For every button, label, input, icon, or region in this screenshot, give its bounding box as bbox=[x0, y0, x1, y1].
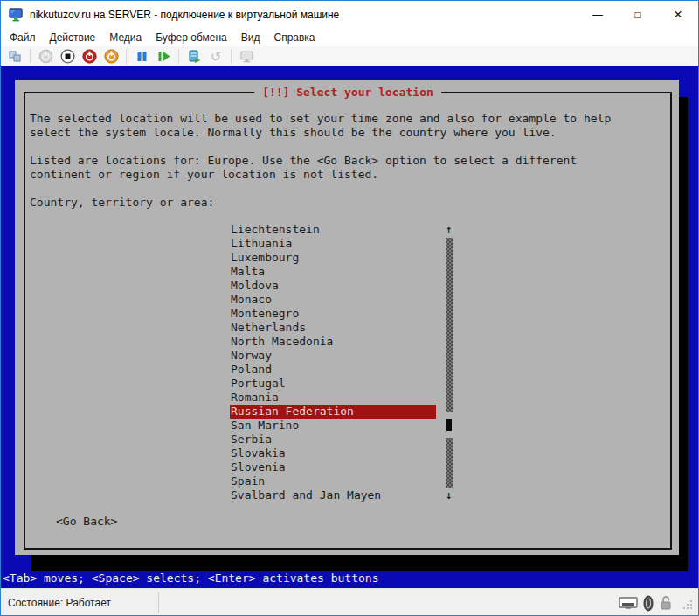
body-line: select the system locale. Normally this … bbox=[30, 126, 611, 140]
country-row[interactable]: Romania bbox=[230, 391, 436, 405]
ctrl-alt-del-button[interactable] bbox=[5, 47, 24, 66]
close-button[interactable]: × bbox=[658, 1, 698, 28]
menu-clipboard[interactable]: Буфер обмена bbox=[149, 30, 234, 45]
revert-icon: ↺ bbox=[211, 50, 222, 63]
body-line: continent or region if your location is … bbox=[30, 168, 611, 182]
country-row[interactable]: North Macedonia bbox=[230, 335, 436, 349]
toolbar-separator bbox=[126, 49, 127, 64]
checkpoint-button[interactable] bbox=[184, 47, 204, 66]
enhanced-session-icon bbox=[239, 49, 254, 64]
shut-down-icon bbox=[82, 49, 97, 64]
window-title: nikkutuzov.ru на SERVER - подключение к … bbox=[30, 9, 578, 21]
body-line: Country, territory or area: bbox=[30, 196, 611, 210]
toolbar-separator bbox=[231, 49, 232, 64]
checkpoint-icon bbox=[187, 49, 202, 64]
mouse-status-icon bbox=[643, 595, 654, 612]
menu-media[interactable]: Медиа bbox=[102, 30, 149, 45]
turn-off-button[interactable] bbox=[58, 47, 77, 66]
ctrl-alt-del-icon bbox=[8, 49, 23, 64]
body-line: The selected location will be used to se… bbox=[30, 112, 611, 126]
country-row[interactable]: Monaco bbox=[230, 293, 436, 307]
shut-down-button[interactable] bbox=[80, 47, 99, 66]
scroll-down-icon[interactable]: ↓ bbox=[445, 488, 453, 502]
save-state-button[interactable] bbox=[101, 47, 121, 66]
revert-button[interactable]: ↺ bbox=[206, 47, 225, 66]
country-row-selected[interactable]: Russian Federation bbox=[230, 405, 436, 419]
maximize-button[interactable]: □ bbox=[618, 1, 658, 28]
dialog-title: [!!] Select your location bbox=[254, 86, 441, 100]
vmconnect-window: nikkutuzov.ru на SERVER - подключение к … bbox=[0, 0, 699, 616]
turn-off-icon bbox=[60, 49, 75, 64]
unlocked-padlock-icon bbox=[659, 595, 673, 611]
menu-file[interactable]: Файл bbox=[3, 30, 43, 45]
country-row[interactable]: Serbia bbox=[230, 433, 436, 446]
vm-console-screen[interactable]: [!!] Select your location The selected l… bbox=[1, 66, 698, 588]
pause-icon bbox=[135, 49, 149, 64]
country-row[interactable]: Luxembourg bbox=[230, 251, 436, 265]
scrollbar-track[interactable] bbox=[446, 238, 453, 488]
country-row[interactable]: Portugal bbox=[230, 377, 436, 391]
toolbar-separator bbox=[178, 49, 179, 64]
country-row[interactable]: Netherlands bbox=[230, 321, 436, 335]
country-row[interactable]: Poland bbox=[230, 363, 436, 377]
resize-grip[interactable] bbox=[682, 599, 693, 610]
body-line bbox=[30, 140, 611, 154]
scrollbar-thumb[interactable] bbox=[446, 419, 452, 431]
country-row[interactable]: Norway bbox=[230, 349, 436, 363]
country-row[interactable]: Moldova bbox=[230, 279, 436, 293]
dialog-body-text: The selected location will be used to se… bbox=[30, 112, 611, 210]
display-status-icon bbox=[619, 596, 638, 611]
save-state-icon bbox=[104, 49, 119, 64]
enhanced-session-button[interactable] bbox=[237, 47, 256, 66]
country-row[interactable]: Spain bbox=[230, 474, 436, 488]
title-bar: nikkutuzov.ru на SERVER - подключение к … bbox=[1, 1, 698, 28]
menu-action[interactable]: Действие bbox=[43, 30, 103, 45]
start-power-icon bbox=[38, 49, 53, 64]
toolbar-separator bbox=[30, 49, 31, 64]
country-row[interactable]: Liechtenstein bbox=[230, 223, 436, 237]
country-row[interactable]: Montenegro bbox=[230, 307, 436, 321]
status-separator bbox=[158, 592, 159, 613]
start-button[interactable] bbox=[36, 47, 55, 66]
country-row[interactable]: Lithuania bbox=[230, 237, 436, 251]
country-row[interactable]: San Marino bbox=[230, 419, 436, 433]
menu-help[interactable]: Справка bbox=[266, 30, 322, 45]
reset-button[interactable] bbox=[154, 47, 173, 66]
status-bar: Состояние: Работает bbox=[1, 588, 698, 616]
body-line: Listed are locations for: Europe. Use th… bbox=[30, 154, 611, 168]
country-row[interactable]: Slovenia bbox=[230, 460, 436, 474]
body-line bbox=[30, 182, 611, 196]
scroll-up-icon[interactable]: ↑ bbox=[445, 223, 453, 237]
vm-status-text: Состояние: Работает bbox=[8, 597, 111, 609]
country-list: Liechtenstein Lithuania Luxembourg Malta… bbox=[230, 223, 436, 502]
minimize-button[interactable]: — bbox=[578, 1, 618, 28]
menu-view[interactable]: Вид bbox=[234, 30, 267, 45]
country-row[interactable]: Malta bbox=[230, 265, 436, 279]
country-row[interactable]: Svalbard and Jan Mayen bbox=[230, 488, 436, 502]
menu-bar: Файл Действие Медиа Буфер обмена Вид Спр… bbox=[1, 28, 698, 46]
go-back-button[interactable]: <Go Back> bbox=[56, 515, 117, 529]
vm-monitor-icon bbox=[9, 8, 24, 22]
country-row[interactable]: Slovakia bbox=[230, 446, 436, 460]
toolbar: ↺ bbox=[1, 46, 698, 66]
pause-button[interactable] bbox=[132, 47, 151, 66]
installer-help-line: <Tab> moves; <Space> selects; <Enter> ac… bbox=[3, 571, 378, 585]
installer-dialog: [!!] Select your location The selected l… bbox=[15, 80, 679, 555]
reset-icon bbox=[156, 49, 171, 64]
list-scrollbar[interactable]: ↑ ↓ bbox=[445, 223, 453, 502]
